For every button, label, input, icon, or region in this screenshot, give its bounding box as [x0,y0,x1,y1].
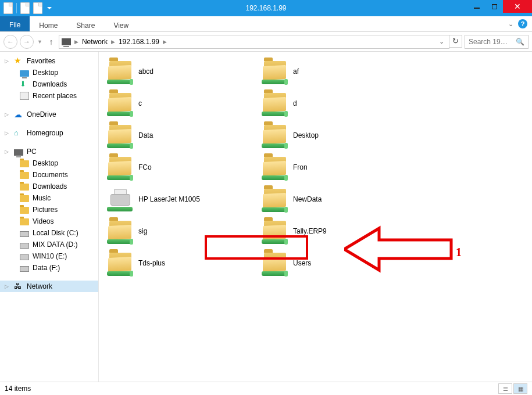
window-controls: ✕ [468,0,532,16]
sidebar-item-desktop-pc[interactable]: Desktop [0,157,98,169]
items-view[interactable]: abcdcDataFCoHP LaserJet M1005sigTds-plus… [99,52,532,382]
sidebar-item-disk-c[interactable]: Local Disk (C:) [0,227,98,239]
tab-view[interactable]: View [104,16,138,31]
search-input[interactable] [469,38,513,46]
sidebar-item-disk-d[interactable]: MIX DATA (D:) [0,239,98,250]
forward-button[interactable]: → [20,35,34,49]
printer-item[interactable]: HP LaserJet M1005 [106,183,257,215]
shared-folder-icon [263,220,287,243]
share-folder-item[interactable]: d [260,87,412,119]
help-icon[interactable]: ? [518,19,527,28]
sidebar-item-downloads[interactable]: Downloads [0,78,98,90]
item-label: d [293,99,297,107]
sidebar-item-recent[interactable]: Recent places [0,90,98,102]
item-label: abcd [138,67,153,76]
chevron-right-icon[interactable]: ▶ [162,39,168,45]
sidebar-favorites[interactable]: ▷ ★ Favorites [0,55,98,67]
sidebar-item-desktop[interactable]: Desktop [0,67,98,78]
item-label: c [138,99,142,107]
shared-folder-icon [263,92,287,115]
sidebar-item-documents[interactable]: Documents [0,169,98,181]
sidebar-item-downloads-pc[interactable]: Downloads [0,181,98,192]
disk-icon [20,254,29,260]
chevron-right-icon[interactable]: ▶ [73,39,80,45]
sidebar-item-videos[interactable]: Videos [0,216,98,227]
tab-home[interactable]: Home [30,16,67,31]
expand-icon[interactable]: ▷ [5,112,10,117]
shared-folder-icon [108,124,133,147]
expand-icon[interactable]: ▷ [5,149,10,155]
folder-icon [20,195,29,202]
share-folder-item[interactable]: Fron [260,151,412,183]
item-label: Data [138,131,153,139]
share-folder-item[interactable]: Tally.ERP9 [260,215,412,247]
sidebar-pc[interactable]: ▷ PC [0,146,98,157]
expand-icon[interactable]: ▷ [5,58,10,64]
qat-dropdown-icon[interactable] [47,7,52,9]
pc-icon [14,149,23,156]
ribbon-tabs: File Home Share View ⌄ ? [0,16,532,32]
share-folder-item[interactable]: NewData [260,183,412,215]
breadcrumb-host[interactable]: 192.168.1.99 [119,38,159,46]
minimize-button[interactable] [468,0,485,13]
sidebar-onedrive[interactable]: ▷ ☁ OneDrive [0,109,98,120]
item-label: FCo [138,163,152,171]
expand-icon[interactable]: ▷ [5,283,10,289]
sidebar-item-disk-f[interactable]: Data (F:) [0,262,98,274]
disk-icon [20,231,29,237]
share-folder-item[interactable]: FCo [106,151,257,183]
share-folder-item[interactable]: Tds-plus [106,247,257,279]
search-icon[interactable]: 🔍 [516,38,524,46]
network-icon: 🖧 [14,282,23,291]
share-folder-item[interactable]: sig [106,215,257,247]
shared-folder-icon [263,252,287,275]
item-label: Users [293,259,311,267]
chevron-right-icon[interactable]: ▶ [110,39,116,45]
expand-icon[interactable]: ▷ [5,130,10,136]
breadcrumb-network[interactable]: Network [82,38,108,46]
up-button[interactable]: ↑ [46,37,56,46]
sidebar-item-pictures[interactable]: Pictures [0,204,98,216]
shared-folder-icon [108,220,133,243]
sidebar-item-music[interactable]: Music [0,192,98,204]
qat-separator [16,3,17,13]
folder-icon [20,160,29,167]
search-box[interactable]: 🔍 [465,35,529,49]
sidebar-network[interactable]: ▷ 🖧 Network [0,281,98,292]
tab-share[interactable]: Share [67,16,104,31]
sidebar-item-disk-e[interactable]: WIN10 (E:) [0,250,98,262]
navigation-bar: ← → ▼ ↑ ▶ Network ▶ 192.168.1.99 ▶ ⌄ ↻ 🔍 [0,32,532,52]
star-icon: ★ [14,56,23,66]
qat-icon-1[interactable] [3,2,13,14]
item-label: NewData [293,195,322,203]
printer-icon [108,188,133,210]
quick-access-toolbar [0,2,52,14]
view-details-button[interactable]: ☰ [498,383,512,394]
share-folder-item[interactable]: Desktop [260,119,412,151]
view-tiles-button[interactable]: ▦ [513,383,527,394]
folder-icon [20,207,29,214]
share-folder-item[interactable]: Data [106,119,257,151]
share-folder-item[interactable]: af [260,55,412,87]
close-button[interactable]: ✕ [503,0,532,13]
ribbon-collapse-icon[interactable]: ⌄ [508,20,513,28]
address-dropdown-icon[interactable]: ⌄ [437,38,447,45]
item-label: af [293,67,299,76]
navigation-pane[interactable]: ▷ ★ Favorites Desktop Downloads Recent p… [0,52,99,382]
homegroup-icon: ⌂ [14,128,23,138]
sidebar-homegroup[interactable]: ▷ ⌂ Homegroup [0,127,98,139]
annotation-number: 1 [456,246,462,259]
back-button[interactable]: ← [3,35,17,49]
cloud-icon: ☁ [14,110,23,119]
share-folder-item[interactable]: Users [260,247,412,279]
history-dropdown-icon[interactable]: ▼ [36,39,44,45]
qat-icon-2[interactable] [20,2,30,14]
maximize-button[interactable] [485,0,503,13]
qat-icon-3[interactable] [33,2,42,14]
address-bar[interactable]: ▶ Network ▶ 192.168.1.99 ▶ ⌄ [59,35,449,49]
desktop-icon [20,70,29,77]
file-tab[interactable]: File [0,16,30,31]
refresh-button[interactable]: ↻ [449,35,462,48]
share-folder-item[interactable]: abcd [106,55,257,87]
share-folder-item[interactable]: c [106,87,257,119]
